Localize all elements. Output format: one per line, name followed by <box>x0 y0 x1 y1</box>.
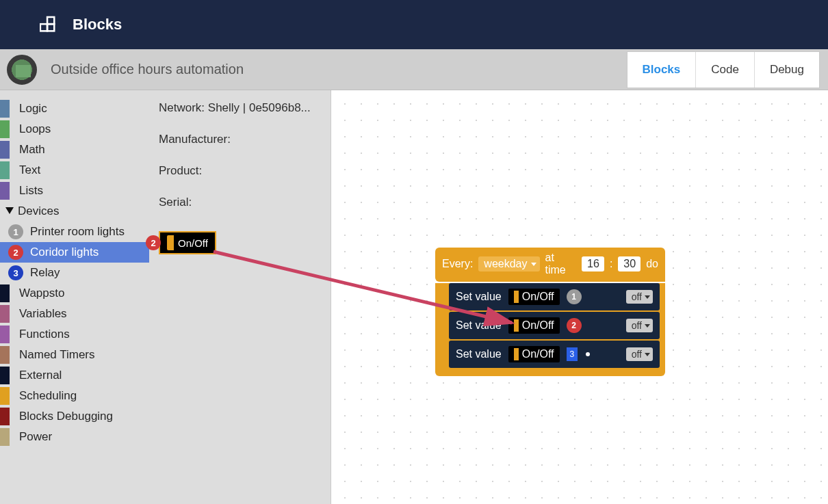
hour-field[interactable]: 16 <box>582 256 604 271</box>
device-badge-3-selected: 3 <box>567 347 578 361</box>
onoff-chip-1[interactable]: On/Off <box>508 289 560 305</box>
at-time-label: at time <box>545 252 577 276</box>
category-math[interactable]: Math <box>0 140 149 160</box>
automation-avatar-icon <box>7 55 37 85</box>
category-loops[interactable]: Loops <box>0 119 149 140</box>
category-lists[interactable]: Lists <box>0 181 149 201</box>
category-variables[interactable]: Variables <box>0 304 149 324</box>
category-sidebar: Logic Loops Math Text Lists Devices 1Pri… <box>0 90 149 504</box>
category-logic[interactable]: Logic <box>0 98 149 119</box>
off-dropdown-3[interactable]: off <box>626 347 653 361</box>
weekday-dropdown[interactable]: weekday <box>478 256 539 271</box>
category-functions[interactable]: Functions <box>0 324 149 345</box>
flyout-network: Network: Shelly | 0e5096b8... <box>159 101 321 115</box>
set-value-block-3[interactable]: Set value On/Off 3 off <box>449 341 660 368</box>
category-power[interactable]: Power <box>0 427 149 447</box>
tab-debug[interactable]: Debug <box>755 52 819 88</box>
selection-handle-icon <box>586 352 590 356</box>
minute-field[interactable]: 30 <box>618 256 641 271</box>
device-flyout: Network: Shelly | 0e5096b8... Manufactur… <box>149 90 331 504</box>
svg-rect-2 <box>47 17 54 24</box>
svg-rect-0 <box>40 24 47 31</box>
sub-header: Outside office hours automation Blocks C… <box>0 49 828 90</box>
logo: Blocks <box>40 15 122 34</box>
view-tabs: Blocks Code Debug <box>627 51 820 88</box>
device-badge-2: 2 <box>567 318 582 333</box>
blocks-logo-icon <box>40 15 63 34</box>
category-named-timers[interactable]: Named Timers <box>0 345 149 365</box>
onoff-chip-3[interactable]: On/Off <box>508 346 560 362</box>
top-bar: Blocks <box>0 0 828 49</box>
device-relay[interactable]: 3Relay <box>0 263 149 283</box>
category-blocks-debugging[interactable]: Blocks Debugging <box>0 406 149 427</box>
blockly-workspace[interactable]: Every: weekday at time 16 : 30 do Set va… <box>331 90 828 504</box>
category-scheduling[interactable]: Scheduling <box>0 386 149 406</box>
do-label: do <box>646 258 658 270</box>
tab-code[interactable]: Code <box>696 52 755 88</box>
set-value-block-1[interactable]: Set value On/Off 1 off <box>449 283 660 310</box>
every-block[interactable]: Every: weekday at time 16 : 30 do Set va… <box>435 248 665 376</box>
flyout-serial: Serial: <box>159 196 321 209</box>
off-dropdown-2[interactable]: off <box>626 319 653 332</box>
category-external[interactable]: External <box>0 365 149 386</box>
onoff-block-source[interactable]: On/Off <box>159 231 216 254</box>
set-value-block-2[interactable]: Set value On/Off 2 off <box>449 312 660 339</box>
device-printer-room-lights[interactable]: 1Printer room lights <box>0 222 149 242</box>
every-label: Every: <box>442 258 473 270</box>
category-wappsto[interactable]: Wappsto <box>0 283 149 304</box>
off-dropdown-1[interactable]: off <box>626 290 653 304</box>
flyout-product: Product: <box>159 164 321 178</box>
device-badge-1: 1 <box>567 289 582 304</box>
category-text[interactable]: Text <box>0 160 149 181</box>
automation-title: Outside office hours automation <box>51 62 244 77</box>
tab-blocks[interactable]: Blocks <box>628 52 697 88</box>
svg-rect-1 <box>47 24 54 31</box>
chevron-down-icon <box>5 207 14 215</box>
flyout-manufacturer: Manufacturer: <box>159 133 321 146</box>
category-devices[interactable]: Devices <box>0 201 149 222</box>
logo-text: Blocks <box>73 16 122 34</box>
onoff-chip-2[interactable]: On/Off <box>508 317 560 334</box>
time-colon: : <box>610 258 612 270</box>
annotation-badge-2: 2 <box>146 235 161 250</box>
device-coridor-lights[interactable]: 2Coridor lights <box>0 242 149 263</box>
